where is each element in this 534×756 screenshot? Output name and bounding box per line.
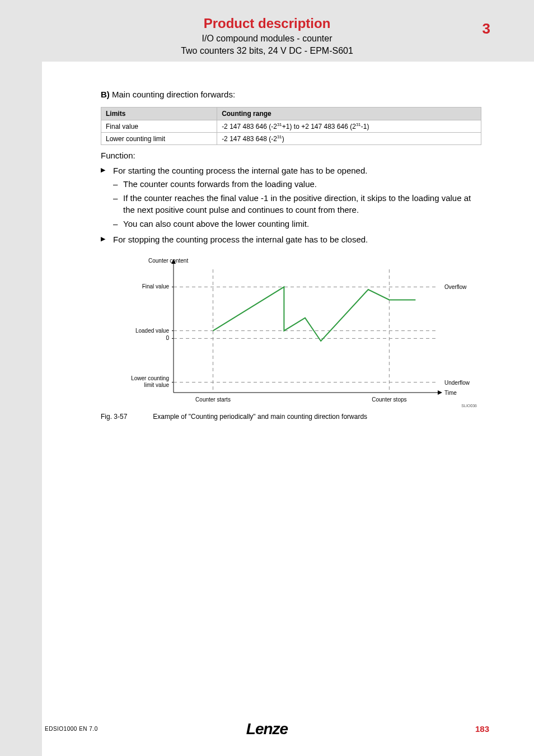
main-content: B) Main counting direction forwards: Lim… [101, 90, 481, 421]
footer-logo: Lenze [246, 720, 288, 738]
cell-range: -2 147 483 648 (-231) [217, 133, 481, 145]
svg-text:SLIO036: SLIO036 [461, 404, 477, 408]
page-subtitle-1: I/O compound modules - counter [0, 34, 534, 44]
figure-text: Example of "Counting periodically" and m… [153, 413, 367, 421]
svg-text:Final value: Final value [142, 283, 170, 290]
svg-text:Time: Time [444, 390, 457, 396]
page-subtitle-2: Two counters 32 bits, 24 V DC - EPM-S601 [0, 46, 534, 56]
cell-range: -2 147 483 646 (-231+1) to +2 147 483 64… [217, 120, 481, 133]
svg-text:Underflow: Underflow [444, 379, 470, 385]
chapter-number: 3 [483, 20, 490, 38]
function-label: Function: [101, 151, 481, 160]
svg-text:Counter stops: Counter stops [372, 396, 406, 403]
page-footer: EDSIO1000 EN 7.0 Lenze 183 [45, 724, 489, 734]
svg-text:0: 0 [166, 335, 169, 341]
bullet-item: For stopping the counting process the in… [101, 234, 481, 246]
dash-item: If the counter reaches the final value -… [113, 192, 481, 217]
cell-limit: Lower counting limit [101, 133, 217, 145]
table-row: Lower counting limit -2 147 483 648 (-23… [101, 133, 481, 145]
svg-text:Counter content: Counter content [148, 258, 188, 264]
footer-doc-id: EDSIO1000 EN 7.0 [45, 726, 98, 732]
dash-item: You can also count above the lower count… [113, 218, 481, 230]
page-header: Product description I/O compound modules… [0, 16, 534, 56]
svg-text:Overflow: Overflow [444, 284, 467, 290]
svg-text:Loaded value: Loaded value [135, 327, 169, 333]
section-b-label: B) [101, 90, 110, 99]
section-b-text: Main counting direction forwards: [110, 90, 235, 99]
footer-page-number: 183 [475, 724, 489, 734]
figure-caption: Fig. 3-57 Example of "Counting periodica… [101, 413, 481, 421]
table-header-range: Counting range [217, 108, 481, 120]
svg-text:limit value: limit value [144, 381, 170, 388]
svg-text:Counter starts: Counter starts [195, 396, 231, 403]
svg-text:Lower counting: Lower counting [131, 375, 169, 381]
section-b-title: B) Main counting direction forwards: [101, 90, 481, 99]
dash-item: The counter counts forwards from the loa… [113, 178, 481, 190]
bullet-list: For starting the counting process the in… [101, 165, 481, 246]
limits-table: Limits Counting range Final value -2 147… [101, 107, 481, 145]
counter-diagram: Counter contentFinal valueLoaded value0L… [101, 253, 481, 409]
table-row: Final value -2 147 483 646 (-231+1) to +… [101, 120, 481, 133]
diagram-svg: Counter contentFinal valueLoaded value0L… [101, 253, 481, 409]
left-margin-bar [0, 0, 42, 756]
figure-number: Fig. 3-57 [101, 413, 151, 421]
page-title: Product description [0, 16, 534, 31]
bullet-item: For starting the counting process the in… [101, 165, 481, 230]
table-header-limits: Limits [101, 108, 217, 120]
dash-list: The counter counts forwards from the loa… [113, 178, 481, 230]
cell-limit: Final value [101, 120, 217, 133]
